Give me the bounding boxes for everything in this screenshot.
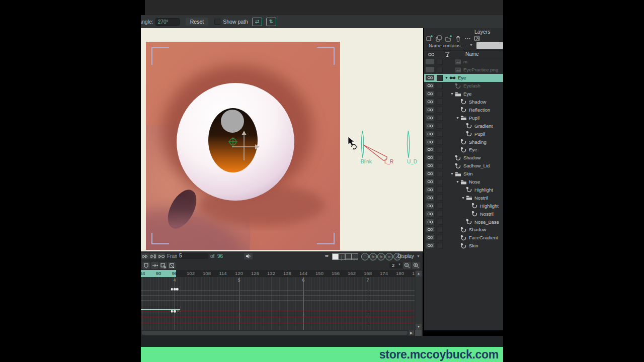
- expand-triangle-icon[interactable]: ▼: [455, 116, 460, 120]
- view-layout-split-vertical-button[interactable]: [339, 253, 345, 260]
- layer-lock-checkbox[interactable]: [437, 235, 443, 241]
- scroll-up-button[interactable]: ▲: [416, 270, 422, 277]
- layer-visibility-toggle[interactable]: [426, 147, 434, 152]
- layer-lock-checkbox[interactable]: [437, 115, 443, 121]
- layer-row-pupil[interactable]: Pupil: [424, 130, 503, 138]
- layer-row-nostril[interactable]: ▼Nostril: [424, 194, 503, 202]
- keyframe-dot[interactable]: [174, 310, 176, 313]
- layer-lock-checkbox[interactable]: [437, 67, 443, 73]
- layer-lock-checkbox[interactable]: [437, 243, 443, 249]
- flip-horizontal-button[interactable]: ⇄: [252, 18, 262, 26]
- layer-row-pupil[interactable]: ▼Pupil: [424, 114, 503, 122]
- layer-row-shading[interactable]: Shading: [424, 138, 503, 146]
- expand-triangle-icon[interactable]: ▼: [444, 76, 449, 79]
- delete-layer-button[interactable]: [454, 35, 461, 42]
- current-frame-input[interactable]: 5: [177, 253, 208, 259]
- layer-lock-checkbox[interactable]: [437, 171, 443, 177]
- layer-visibility-toggle[interactable]: [426, 75, 434, 80]
- layer-row-eyepractice-png[interactable]: EyePractice.png: [424, 66, 503, 74]
- layer-row-shadow[interactable]: Shadow: [424, 98, 503, 106]
- horizontal-scrollbar[interactable]: ▶: [141, 330, 423, 336]
- layer-row-highlight[interactable]: Highlight: [424, 202, 503, 210]
- layer-row-facegradient[interactable]: FaceGradient: [424, 234, 503, 242]
- layer-row-shadow[interactable]: Shadow: [424, 226, 503, 234]
- expand-triangle-icon[interactable]: ▼: [455, 180, 460, 184]
- layer-lock-checkbox[interactable]: [437, 107, 443, 113]
- layer-visibility-toggle[interactable]: [426, 227, 434, 232]
- layer-visibility-toggle[interactable]: [426, 203, 434, 209]
- scroll-right-button[interactable]: ▶: [409, 330, 414, 335]
- flip-vertical-button[interactable]: ⇅: [266, 18, 276, 26]
- reset-button[interactable]: Reset: [186, 18, 208, 26]
- blink-control-bone[interactable]: [361, 131, 364, 158]
- move-keyframes-button[interactable]: [151, 262, 158, 269]
- layer-row-eyelash[interactable]: Eyelash: [424, 82, 503, 90]
- expand-triangle-icon[interactable]: ▼: [449, 172, 455, 175]
- layer-visibility-toggle[interactable]: [426, 107, 434, 113]
- copy-keyframes-button[interactable]: [159, 262, 167, 269]
- layer-row-eye[interactable]: Eye: [424, 146, 503, 154]
- ud-control-bone[interactable]: [407, 131, 410, 158]
- display-dropdown[interactable]: Display: [397, 253, 414, 259]
- layer-visibility-toggle[interactable]: [426, 139, 434, 145]
- timeline-ruler[interactable]: 8490961021081141201261321381441501561621…: [141, 270, 415, 277]
- layer-effects-button[interactable]: fx: [369, 253, 377, 260]
- scroll-down-button[interactable]: ▼: [416, 324, 422, 330]
- layer-lock-checkbox[interactable]: [437, 131, 443, 137]
- view-layout-split-horizontal-button[interactable]: [345, 253, 352, 260]
- vertical-scrollbar[interactable]: [416, 277, 422, 324]
- layer-lock-checkbox[interactable]: [437, 59, 443, 65]
- layer-lock-checkbox[interactable]: [437, 187, 443, 193]
- keyframe-dot[interactable]: [174, 288, 176, 291]
- timeline-tracks[interactable]: 4567›: [141, 277, 415, 330]
- layer-row-skin[interactable]: Skin: [424, 242, 503, 250]
- layer-visibility-toggle[interactable]: [426, 83, 434, 88]
- keyframe-dot[interactable]: [171, 310, 173, 313]
- layer-row-eye[interactable]: ▼Eye: [424, 74, 503, 82]
- layer-lock-checkbox[interactable]: [437, 123, 443, 129]
- layer-visibility-toggle[interactable]: [426, 235, 434, 240]
- layer-lock-checkbox[interactable]: [437, 179, 443, 185]
- layer-row-m[interactable]: m: [424, 58, 503, 66]
- layer-lock-checkbox[interactable]: [437, 227, 443, 233]
- view-layout-single-button[interactable]: [332, 253, 339, 260]
- layer-row-eye[interactable]: ▼Eye: [424, 90, 503, 98]
- layer-lock-checkbox[interactable]: [437, 203, 443, 209]
- layer-visibility-toggle[interactable]: [426, 67, 434, 72]
- duplicate-layer-button[interactable]: [435, 35, 442, 42]
- keyframe-dot[interactable]: [171, 288, 173, 291]
- layer-visibility-toggle[interactable]: [426, 163, 434, 168]
- stereo-view-button[interactable]: ∞: [385, 253, 393, 260]
- layer-visibility-toggle[interactable]: [426, 123, 434, 129]
- step-to-end-button[interactable]: [149, 253, 157, 259]
- angle-input[interactable]: 270°: [155, 18, 180, 26]
- layer-lock-checkbox[interactable]: [437, 99, 443, 105]
- layer-visibility-toggle[interactable]: [426, 219, 434, 225]
- layer-filter-input[interactable]: [476, 42, 503, 49]
- layer-row-sadhow-lid[interactable]: Sadhow_Lid: [424, 162, 503, 170]
- layer-row-reflection[interactable]: Reflection: [424, 106, 503, 114]
- expand-triangle-icon[interactable]: ▼: [460, 196, 466, 200]
- layer-row-skin[interactable]: ▼Skin: [424, 170, 503, 178]
- play-button[interactable]: [141, 253, 149, 259]
- layer-visibility-toggle[interactable]: [426, 99, 434, 105]
- layer-lock-checkbox[interactable]: [437, 211, 443, 217]
- layer-lock-checkbox[interactable]: [437, 219, 443, 225]
- layer-lock-checkbox[interactable]: [437, 147, 443, 153]
- onion-skin-button[interactable]: ⌒: [361, 253, 369, 260]
- lr-control-bone[interactable]: [363, 145, 387, 160]
- layer-row-shadow[interactable]: Shadow: [424, 154, 503, 162]
- show-path-checkbox[interactable]: [214, 19, 220, 25]
- layer-lock-checkbox[interactable]: [437, 83, 443, 89]
- more-options-button[interactable]: [464, 35, 471, 42]
- layer-lock-checkbox[interactable]: [437, 91, 443, 97]
- layer-visibility-toggle[interactable]: [426, 91, 434, 97]
- layer-lock-checkbox[interactable]: [437, 163, 443, 169]
- layer-row-highlight[interactable]: Highlight: [424, 186, 503, 194]
- loop-playback-button[interactable]: [157, 253, 165, 259]
- layer-visibility-toggle[interactable]: [426, 155, 434, 160]
- zoom-in-timeline-button[interactable]: [412, 262, 420, 269]
- layer-visibility-toggle[interactable]: [426, 195, 434, 201]
- layer-visibility-toggle[interactable]: [426, 211, 434, 217]
- new-group-button[interactable]: [445, 35, 452, 42]
